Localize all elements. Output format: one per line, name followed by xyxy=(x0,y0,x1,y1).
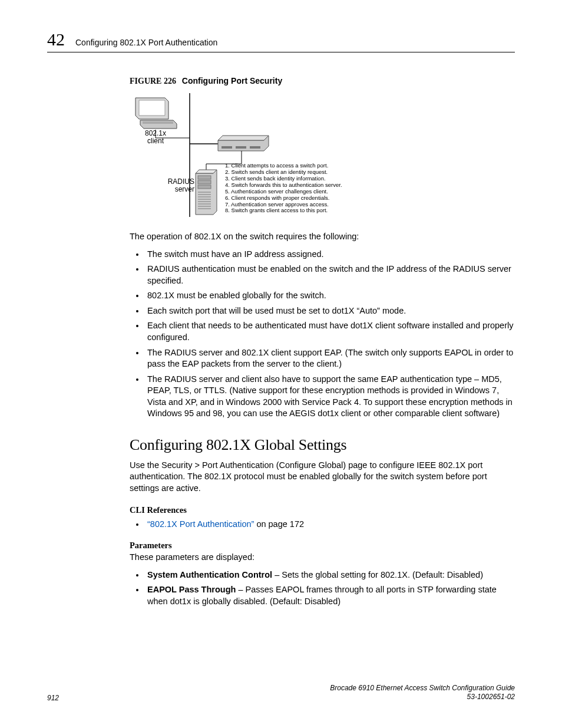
list-item: “802.1X Port Authentication” on page 172 xyxy=(145,519,515,531)
diagram-label-radius: RADIUS server xyxy=(157,178,194,193)
page-header: 42 Configuring 802.1X Port Authenticatio… xyxy=(47,29,515,52)
svg-marker-9 xyxy=(218,136,269,140)
footer-right: Brocade 6910 Ethernet Access Switch Conf… xyxy=(330,684,515,702)
svg-rect-10 xyxy=(222,146,232,149)
svg-marker-3 xyxy=(139,100,165,116)
figure-label: FIGURE 226 xyxy=(130,77,176,85)
list-item: System Authentication Control – Sets the… xyxy=(145,569,515,581)
svg-marker-17 xyxy=(196,170,217,173)
svg-rect-12 xyxy=(250,146,260,149)
svg-rect-5 xyxy=(143,121,173,124)
svg-rect-20 xyxy=(198,185,211,189)
cli-references-list: “802.1X Port Authentication” on page 172 xyxy=(130,519,515,531)
figure-title: Configuring Port Security xyxy=(182,76,282,85)
list-item: RADIUS authentication must be enabled on… xyxy=(145,263,515,286)
list-item: The switch must have an IP address assig… xyxy=(145,249,515,261)
list-item: Each switch port that will be used must … xyxy=(145,305,515,317)
list-item: Each client that needs to be authenticat… xyxy=(145,320,515,343)
param-desc: – Sets the global setting for 802.1X. (D… xyxy=(272,570,483,579)
requirements-list: The switch must have an IP address assig… xyxy=(130,249,515,420)
footer-book-title: Brocade 6910 Ethernet Access Switch Conf… xyxy=(330,684,515,693)
intro-paragraph: The operation of 802.1X on the switch re… xyxy=(130,231,515,243)
diagram-step: 8. Switch grants client access to this p… xyxy=(225,207,342,214)
parameters-intro: These parameters are displayed: xyxy=(130,552,515,564)
svg-rect-11 xyxy=(236,146,246,149)
section-heading: Configuring 802.1X Global Settings xyxy=(130,436,515,454)
list-item: The RADIUS server and client also have t… xyxy=(145,374,515,420)
chapter-number: 42 xyxy=(47,29,65,50)
diagram-step: 5. Authentication server challenges clie… xyxy=(225,189,342,195)
cli-reference-suffix: on page 172 xyxy=(254,519,304,529)
param-name: System Authentication Control xyxy=(147,570,272,579)
figure-diagram: 802.1x client RADIUS server 1. Client at… xyxy=(130,93,383,223)
cli-reference-link[interactable]: “802.1X Port Authentication” xyxy=(147,519,254,529)
diagram-steps: 1. Client attempts to access a switch po… xyxy=(225,163,342,214)
figure-caption: FIGURE 226 Configuring Port Security xyxy=(130,76,515,86)
cli-references-heading: CLI References xyxy=(130,505,515,515)
diagram-label-client: 802.1x client xyxy=(138,130,173,145)
list-item: EAPOL Pass Through – Passes EAPOL frames… xyxy=(145,584,515,607)
svg-rect-18 xyxy=(198,176,211,179)
list-item: The RADIUS server and 802.1X client supp… xyxy=(145,347,515,370)
list-item: 802.1X must be enabled globally for the … xyxy=(145,290,515,302)
section-intro: Use the Security > Port Authentication (… xyxy=(130,460,515,495)
parameters-heading: Parameters xyxy=(130,541,515,551)
page-footer: 912 Brocade 6910 Ethernet Access Switch … xyxy=(47,684,515,702)
footer-doc-id: 53-1002651-02 xyxy=(330,693,515,702)
param-name: EAPOL Pass Through xyxy=(147,585,236,594)
diagram-step: 6. Client responds with proper credentia… xyxy=(225,195,342,202)
chapter-title: Configuring 802.1X Port Authentication xyxy=(75,38,217,47)
svg-rect-19 xyxy=(198,180,211,184)
parameters-list: System Authentication Control – Sets the… xyxy=(130,569,515,608)
page-number: 912 xyxy=(47,694,59,702)
